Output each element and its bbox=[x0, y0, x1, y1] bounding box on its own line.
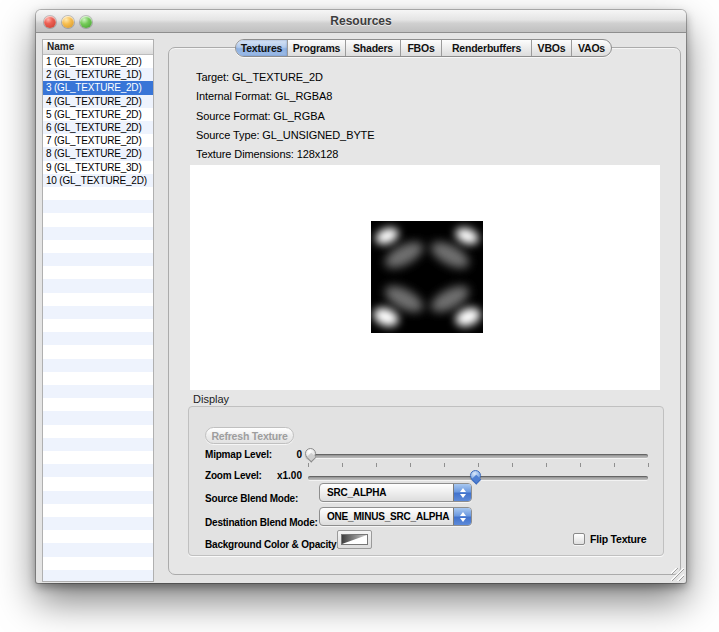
popup-stepper-icon bbox=[453, 484, 471, 501]
opacity-wedge-icon bbox=[342, 535, 367, 544]
list-item[interactable]: 5 (GL_TEXTURE_2D) bbox=[43, 108, 153, 121]
texture-info-source-type: Source Type: GL_UNSIGNED_BYTE bbox=[196, 129, 374, 141]
tab-textures[interactable]: Textures bbox=[236, 40, 288, 56]
resource-list: Name 1 (GL_TEXTURE_2D) 2 (GL_TEXTURE_1D)… bbox=[42, 39, 154, 582]
source-blend-value: SRC_ALPHA bbox=[320, 487, 453, 498]
tab-renderbuffers[interactable]: Renderbuffers bbox=[442, 40, 532, 56]
destination-blend-value: ONE_MINUS_SRC_ALPHA bbox=[320, 511, 453, 522]
list-item[interactable]: 8 (GL_TEXTURE_2D) bbox=[43, 147, 153, 160]
list-item[interactable]: 6 (GL_TEXTURE_2D) bbox=[43, 121, 153, 134]
list-item[interactable]: 9 (GL_TEXTURE_3D) bbox=[43, 161, 153, 174]
destination-blend-select[interactable]: ONE_MINUS_SRC_ALPHA bbox=[319, 507, 472, 526]
resize-grip[interactable] bbox=[671, 568, 684, 581]
tab-vbos[interactable]: VBOs bbox=[532, 40, 572, 56]
resources-window: Resources Name 1 (GL_TEXTURE_2D) 2 (GL_T… bbox=[36, 10, 686, 583]
tab-fbos[interactable]: FBOs bbox=[401, 40, 442, 56]
mipmap-slider-knob[interactable] bbox=[305, 448, 316, 459]
mipmap-level-value: 0 bbox=[236, 449, 302, 460]
list-item[interactable]: 10 (GL_TEXTURE_2D) bbox=[43, 174, 153, 187]
source-blend-label: Source Blend Mode: bbox=[205, 493, 298, 504]
window-title: Resources bbox=[36, 14, 686, 28]
texture-info-source-format: Source Format: GL_RGBA bbox=[196, 110, 325, 122]
list-item[interactable]: 1 (GL_TEXTURE_2D) bbox=[43, 55, 153, 68]
zoom-level-value: x1.00 bbox=[236, 470, 302, 481]
background-color-well[interactable] bbox=[337, 530, 372, 549]
texture-image bbox=[371, 221, 483, 333]
tab-programs[interactable]: Programs bbox=[288, 40, 346, 56]
tab-bar: Textures Programs Shaders FBOs Renderbuf… bbox=[235, 39, 612, 57]
background-color-label: Background Color & Opacity: bbox=[205, 539, 340, 550]
zoom-slider-knob[interactable] bbox=[470, 470, 481, 481]
destination-blend-label: Destination Blend Mode: bbox=[205, 517, 318, 528]
list-item[interactable]: 4 (GL_TEXTURE_2D) bbox=[43, 95, 153, 108]
texture-info-dimensions: Texture Dimensions: 128x128 bbox=[196, 148, 338, 160]
tab-shaders[interactable]: Shaders bbox=[346, 40, 401, 56]
tab-vaos[interactable]: VAOs bbox=[572, 40, 611, 56]
resource-rows: 1 (GL_TEXTURE_2D) 2 (GL_TEXTURE_1D) 3 (G… bbox=[43, 55, 153, 581]
list-item[interactable]: 7 (GL_TEXTURE_2D) bbox=[43, 134, 153, 147]
color-swatch bbox=[341, 534, 368, 545]
popup-stepper-icon bbox=[453, 508, 471, 525]
source-blend-select[interactable]: SRC_ALPHA bbox=[319, 483, 472, 502]
flip-texture-checkbox[interactable] bbox=[573, 533, 585, 545]
name-column-header[interactable]: Name bbox=[43, 40, 153, 55]
display-section-label: Display bbox=[193, 393, 229, 405]
list-item-selected[interactable]: 3 (GL_TEXTURE_2D) bbox=[43, 81, 153, 94]
texture-info-internal-format: Internal Format: GL_RGBA8 bbox=[196, 90, 332, 102]
title-bar[interactable]: Resources bbox=[36, 10, 686, 33]
list-item[interactable]: 2 (GL_TEXTURE_1D) bbox=[43, 68, 153, 81]
zoom-ticks bbox=[308, 463, 649, 468]
refresh-texture-button[interactable]: Refresh Texture bbox=[205, 427, 294, 444]
texture-info-target: Target: GL_TEXTURE_2D bbox=[196, 71, 323, 83]
flip-texture-label: Flip Texture bbox=[590, 533, 646, 545]
mipmap-slider[interactable] bbox=[308, 454, 648, 458]
